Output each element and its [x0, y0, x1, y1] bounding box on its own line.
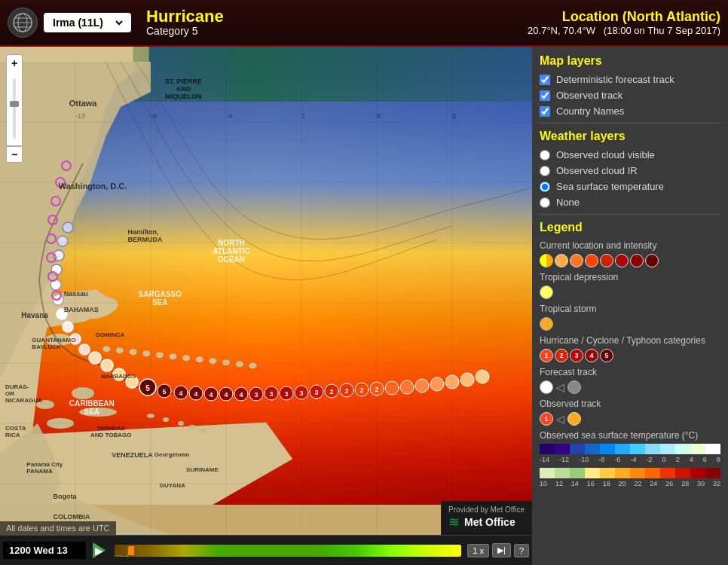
- provided-by-label: Provided by Met Office: [448, 505, 525, 514]
- obs-cloud-vis-radio[interactable]: [540, 150, 550, 160]
- sst-cell-8: [645, 444, 660, 454]
- legend-title: Legend: [540, 221, 720, 234]
- layer-none[interactable]: None: [540, 197, 720, 208]
- sst-val-n8: -8: [598, 456, 604, 463]
- zoom-in-button[interactable]: +: [6, 54, 23, 71]
- zoom-controls: + −: [6, 54, 23, 163]
- sst-cell2-11: [690, 468, 705, 478]
- sst-val-20: 20: [619, 480, 626, 487]
- next-button[interactable]: ▶|: [492, 543, 511, 557]
- sst-val-12: 12: [555, 480, 563, 487]
- divider-1: [540, 123, 720, 124]
- sst-val-26: 26: [665, 480, 673, 487]
- sst-val-n2: -2: [646, 456, 652, 463]
- sst-val-n12: -12: [559, 456, 569, 463]
- current-intensity-label: Current location and intensity: [540, 240, 720, 251]
- timeline-handle[interactable]: [128, 546, 134, 555]
- sst-val-24: 24: [650, 480, 657, 487]
- info-bar: All dates and times are UTC: [0, 521, 116, 535]
- sst-val-28: 28: [681, 480, 689, 487]
- observed-track-symbols: 1 ◁: [540, 412, 720, 426]
- symbol-obs-arrow: ◁: [556, 413, 564, 425]
- help-button[interactable]: ?: [514, 544, 529, 557]
- label-colombia: COLOMBIA: [54, 513, 90, 521]
- layer-obs-cloud-vis[interactable]: Observed cloud visible: [540, 149, 720, 160]
- symbol-red-1: [585, 254, 598, 267]
- zoom-out-button[interactable]: −: [6, 146, 23, 163]
- country-names-checkbox[interactable]: [540, 106, 550, 117]
- weather-layers-title: Weather layers: [540, 130, 720, 143]
- country-names-label: Country Names: [556, 105, 624, 117]
- sst-val-4: 4: [690, 456, 693, 463]
- layer-det-forecast[interactable]: Deterministic forecast track: [540, 74, 720, 85]
- play-button[interactable]: ▶: [89, 541, 109, 560]
- symbol-orange-1: [555, 254, 568, 267]
- sst-cell2-3: [570, 468, 585, 478]
- layer-obs-cloud-ir[interactable]: Observed cloud IR: [540, 165, 720, 176]
- sst-cell-1: [540, 444, 555, 454]
- sst-labels-2: 10 12 14 16 18 20 22 24 26 28 30 32: [540, 480, 720, 487]
- symbol-half-1: [540, 254, 553, 267]
- tropical-dep-symbol: [540, 286, 720, 299]
- sst-cell2-4: [585, 468, 600, 478]
- map-canvas: [0, 47, 532, 505]
- sst-val-30: 30: [697, 480, 705, 487]
- obs-cloud-ir-label: Observed cloud IR: [556, 165, 638, 176]
- tropical-dep-label: Tropical depression: [540, 272, 720, 282]
- sst-bar-2: [540, 468, 720, 478]
- header-storm-info: Hurricane Category 5: [146, 8, 528, 37]
- app-header: Irma (11L) Hurricane Category 5 Location…: [0, 0, 728, 47]
- symbol-forecast-2: [567, 380, 581, 394]
- sst-val-10: 10: [540, 480, 547, 487]
- none-radio[interactable]: [540, 197, 550, 208]
- zoom-handle[interactable]: [10, 101, 19, 107]
- symbol-cat-4: 4: [585, 349, 598, 362]
- storm-dropdown[interactable]: Irma (11L): [50, 16, 125, 29]
- timeline-track[interactable]: WedTHU Fri Sat Mon Tue Wed Thu Fri Sun: [115, 545, 461, 557]
- speed-button[interactable]: 1 x: [467, 544, 489, 557]
- symbol-cat-5: 5: [600, 349, 613, 362]
- storm-selector[interactable]: Irma (11L): [44, 13, 131, 32]
- symbol-orange-2: [570, 254, 583, 267]
- header-location-info: Location (North Atlantic) 20.7°N, 70.4°W…: [528, 9, 720, 36]
- zoom-slider[interactable]: [6, 71, 23, 146]
- symbol-red-2: [600, 254, 613, 267]
- sst-cell-7: [630, 444, 645, 454]
- hurricane-label: Hurricane: [146, 8, 528, 25]
- main-content: + −: [0, 47, 728, 565]
- layer-obs-track[interactable]: Observed track: [540, 90, 720, 101]
- sst-val-2: 2: [676, 456, 680, 463]
- utc-notice: All dates and times are UTC: [6, 524, 110, 533]
- sst-cell-12: [705, 444, 720, 454]
- map-area[interactable]: + −: [0, 47, 532, 565]
- location-title: Location (North Atlantic): [528, 9, 720, 25]
- time-detail: (18:00 on Thu 7 Sep 2017): [604, 25, 720, 36]
- obs-cloud-vis-label: Observed cloud visible: [556, 149, 655, 160]
- det-forecast-checkbox[interactable]: [540, 75, 550, 85]
- time-display: 1200 Wed 13: [3, 542, 86, 559]
- forecast-track-symbols: ◁: [540, 380, 720, 394]
- tropical-storm-symbol: [540, 317, 720, 331]
- symbol-cat-3: 3: [570, 349, 583, 362]
- sst-radio[interactable]: [540, 182, 550, 192]
- obs-cloud-ir-radio[interactable]: [540, 166, 550, 176]
- globe-button[interactable]: [8, 8, 38, 38]
- sst-cell-4: [585, 444, 600, 454]
- layer-country-names[interactable]: Country Names: [540, 105, 720, 117]
- tl-label-wed-thu: WedTHU: [115, 554, 129, 557]
- sst-cell2-8: [645, 468, 660, 478]
- obs-track-checkbox[interactable]: [540, 90, 550, 101]
- sst-label: Sea surface temperature: [556, 181, 664, 192]
- none-label: None: [556, 197, 580, 208]
- symbol-red-5: [645, 254, 659, 267]
- layer-sst[interactable]: Sea surface temperature: [540, 181, 720, 192]
- symbol-obs-2: [567, 412, 581, 426]
- symbol-cat-1: 1: [540, 349, 553, 362]
- symbol-red-3: [615, 254, 629, 267]
- tropical-storm-label: Tropical storm: [540, 304, 720, 314]
- symbol-forecast-arrow: ◁: [556, 381, 564, 393]
- sst-labels-1: -14 -12 -10 -8 -6 -4 -2 0 2 4 6 8: [540, 456, 720, 463]
- sst-val-n14: -14: [540, 456, 549, 463]
- timeline-controls-right: 1 x ▶| ?: [467, 543, 529, 557]
- hurricane-cats-label: Hurricane / Cyclone / Typhoon categories: [540, 335, 720, 346]
